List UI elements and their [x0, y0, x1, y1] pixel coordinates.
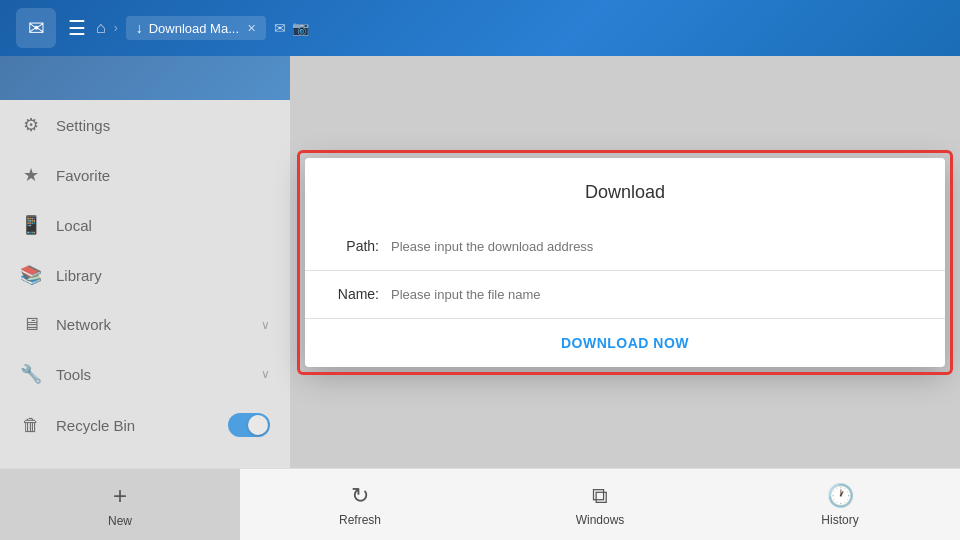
modal-name-field: Name:	[305, 271, 945, 319]
download-now-button[interactable]: DOWNLOAD NOW	[561, 335, 689, 351]
camera-icon[interactable]: 📷	[292, 20, 309, 36]
tab-close-icon[interactable]: ✕	[247, 22, 256, 35]
new-label: New	[108, 514, 132, 528]
home-icon[interactable]: ⌂	[96, 19, 106, 37]
name-label: Name:	[329, 286, 379, 302]
windows-icon: ⧉	[592, 483, 608, 509]
mail-icon: ✉	[16, 8, 56, 48]
header-actions: ✉ 📷	[274, 20, 309, 36]
new-icon: +	[113, 482, 127, 510]
download-modal: Download Path: Name: DOWNLOAD NOW	[305, 158, 945, 367]
bottom-bar-windows[interactable]: ⧉ Windows	[480, 469, 720, 540]
download-tab-label: Download Ma...	[149, 21, 239, 36]
refresh-icon: ↻	[351, 483, 369, 509]
history-icon: 🕐	[827, 483, 854, 509]
download-action[interactable]: DOWNLOAD NOW	[305, 319, 945, 367]
windows-label: Windows	[576, 513, 625, 527]
bottom-bar-refresh[interactable]: ↻ Refresh	[240, 469, 480, 540]
history-label: History	[821, 513, 858, 527]
refresh-label: Refresh	[339, 513, 381, 527]
path-input[interactable]	[391, 237, 921, 256]
download-tab[interactable]: ↓ Download Ma... ✕	[126, 16, 266, 40]
bottom-bar-history[interactable]: 🕐 History	[720, 469, 960, 540]
message-icon[interactable]: ✉	[274, 20, 286, 36]
menu-icon[interactable]: ☰	[68, 16, 86, 40]
bottom-bar-new[interactable]: + New	[0, 469, 240, 540]
modal-path-field: Path:	[305, 223, 945, 271]
download-tab-icon: ↓	[136, 20, 143, 36]
sidebar-overlay	[0, 56, 290, 468]
bottom-bar: + New ↻ Refresh ⧉ Windows 🕐 History	[0, 468, 960, 540]
path-label: Path:	[329, 238, 379, 254]
modal-title: Download	[305, 158, 945, 223]
name-input[interactable]	[391, 285, 921, 304]
modal-wrapper: Download Path: Name: DOWNLOAD NOW	[305, 158, 945, 367]
header: ✉ ☰ ⌂ › ↓ Download Ma... ✕ ✉ 📷	[0, 0, 960, 56]
main-overlay: Download Path: Name: DOWNLOAD NOW	[290, 56, 960, 468]
